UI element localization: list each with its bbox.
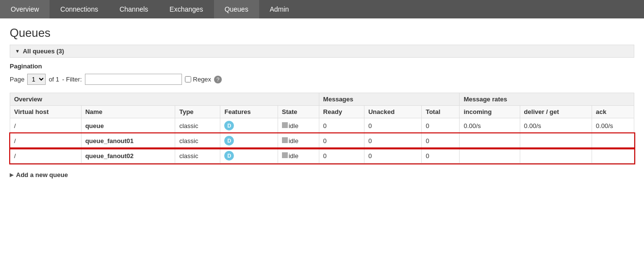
col-name: Name [81, 106, 175, 118]
table-cell: 0 [319, 148, 364, 163]
state-icon [282, 137, 288, 143]
column-header-row: Virtual host Name Type Features State Re… [10, 106, 634, 118]
table-cell: D [220, 118, 278, 133]
table-cell: classic [175, 148, 220, 163]
table-cell: / [10, 133, 82, 148]
table-cell [592, 148, 634, 163]
col-deliver-get: deliver / get [520, 106, 592, 118]
page-select[interactable]: 1 [27, 74, 46, 85]
table-cell [460, 148, 520, 163]
filter-label: - Filter: [62, 76, 82, 83]
regex-checkbox[interactable] [185, 76, 191, 82]
section-header[interactable]: ▼ All queues (3) [10, 45, 634, 58]
nav-item-queues[interactable]: Queues [214, 0, 259, 18]
col-type: Type [175, 106, 220, 118]
col-unacked: Unacked [364, 106, 421, 118]
table-cell: queue [81, 118, 175, 133]
add-queue-label: Add a new queue [16, 171, 68, 178]
nav-item-overview[interactable]: Overview [0, 0, 50, 18]
table-cell: idle [278, 133, 319, 148]
filter-input[interactable] [85, 74, 182, 85]
table-cell: 0.00/s [460, 118, 520, 133]
collapse-arrow-icon: ▼ [15, 49, 20, 54]
regex-text: Regex [193, 76, 212, 83]
queues-table: Overview Messages Message rates Virtual … [10, 93, 634, 163]
col-virtual-host: Virtual host [10, 106, 82, 118]
main-content: Queues ▼ All queues (3) - 在虚拟主机 / 有了 两个新… [0, 18, 644, 186]
help-button[interactable]: ? [214, 76, 222, 83]
nav-bar: OverviewConnectionsChannelsExchangesQueu… [0, 0, 644, 18]
state-icon [282, 152, 288, 158]
expand-triangle-icon: ▶ [10, 172, 14, 178]
table-cell: idle [278, 118, 319, 133]
group-header-row: Overview Messages Message rates [10, 93, 634, 106]
overview-group-header: Overview [10, 93, 319, 106]
col-ready: Ready [319, 106, 364, 118]
table-row[interactable]: /queueclassicDidle0000.00/s0.00/s0.00/s [10, 118, 634, 133]
table-cell [460, 133, 520, 148]
col-ack: ack [592, 106, 634, 118]
section-label: All queues (3) [23, 48, 64, 55]
table-cell: D [220, 133, 278, 148]
table-cell: classic [175, 118, 220, 133]
messages-group-header: Messages [319, 93, 460, 106]
table-cell: 0.00/s [520, 118, 592, 133]
table-cell: 0 [422, 133, 460, 148]
table-cell: 0 [319, 133, 364, 148]
table-cell [592, 133, 634, 148]
table-wrapper: Overview Messages Message rates Virtual … [10, 93, 634, 163]
col-incoming: incoming [460, 106, 520, 118]
table-cell: D [220, 148, 278, 163]
table-cell: queue_fanout02 [81, 148, 175, 163]
table-cell: / [10, 118, 82, 133]
table-cell: 0 [319, 118, 364, 133]
table-cell: queue_fanout01 [81, 133, 175, 148]
col-features: Features [220, 106, 278, 118]
nav-item-admin[interactable]: Admin [259, 0, 300, 18]
nav-item-connections[interactable]: Connections [50, 0, 109, 18]
table-cell: 0 [364, 133, 421, 148]
page-label: Page [10, 76, 24, 83]
table-cell: 0 [364, 118, 421, 133]
table-cell: 0 [364, 148, 421, 163]
pagination-label: Pagination [10, 63, 634, 70]
table-cell: / [10, 148, 82, 163]
table-cell: classic [175, 133, 220, 148]
pagination-controls: Page 1 of 1 - Filter: Regex ? [10, 74, 634, 85]
pagination-section: Pagination Page 1 of 1 - Filter: Regex ? [10, 63, 634, 85]
table-cell [520, 148, 592, 163]
of-label: of 1 [49, 76, 59, 83]
state-icon [282, 122, 288, 128]
table-row[interactable]: /queue_fanout01classicDidle000 [10, 133, 634, 148]
nav-item-exchanges[interactable]: Exchanges [159, 0, 214, 18]
nav-item-channels[interactable]: Channels [109, 0, 159, 18]
table-cell [520, 133, 592, 148]
add-queue-section[interactable]: ▶ Add a new queue [10, 171, 634, 178]
message-rates-group-header: Message rates [460, 93, 634, 106]
table-cell: 0 [422, 118, 460, 133]
table-row[interactable]: /queue_fanout02classicDidle000 [10, 148, 634, 163]
table-cell: 0 [422, 148, 460, 163]
page-title: Queues [10, 26, 634, 40]
table-cell: 0.00/s [592, 118, 634, 133]
regex-label: Regex [185, 76, 212, 83]
col-total: Total [422, 106, 460, 118]
table-cell: idle [278, 148, 319, 163]
col-state: State [278, 106, 319, 118]
